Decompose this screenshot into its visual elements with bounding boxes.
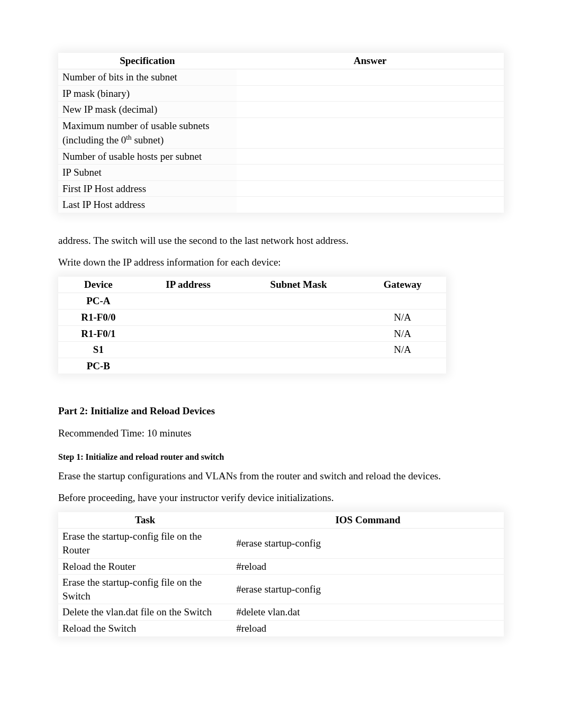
ios-command: #erase startup-config <box>232 575 504 604</box>
ios-command: #delete vlan.dat <box>232 604 504 621</box>
table-row: Number of usable hosts per subnet <box>58 148 504 165</box>
device-table: Device IP address Subnet Mask Gateway PC… <box>58 277 446 374</box>
table-row: R1-F0/1 N/A <box>58 325 446 342</box>
spec-answer <box>237 197 504 213</box>
table-row: Maximum number of usable subnets (includ… <box>58 117 504 148</box>
table-row: Reload the Router #reload <box>58 558 504 575</box>
spec-label: Number of bits in the subnet <box>58 69 237 86</box>
ios-table-wrapper: Task IOS Command Erase the startup-confi… <box>58 512 504 636</box>
device-mask <box>238 358 359 374</box>
device-gateway <box>359 293 446 310</box>
device-name: PC-B <box>58 358 139 374</box>
table-row: Erase the startup-config file on the Rou… <box>58 529 504 558</box>
ios-task: Erase the startup-config file on the Swi… <box>58 575 232 604</box>
table-row: S1 N/A <box>58 342 446 358</box>
spec-label: First IP Host address <box>58 180 237 197</box>
ios-command: #erase startup-config <box>232 529 504 558</box>
spec-answer <box>237 102 504 118</box>
step1-p1: Erase the startup configurations and VLA… <box>58 469 504 484</box>
device-name: S1 <box>58 342 139 358</box>
device-mask <box>238 325 359 342</box>
ios-task: Erase the startup-config file on the Rou… <box>58 529 232 558</box>
paragraph-writedown: Write down the IP address information fo… <box>58 256 504 270</box>
device-table-wrapper: Device IP address Subnet Mask Gateway PC… <box>58 277 446 374</box>
spec-label: IP mask (binary) <box>58 85 237 102</box>
device-header-device: Device <box>58 277 139 293</box>
specification-table: Specification Answer Number of bits in t… <box>58 53 504 213</box>
specification-table-wrapper: Specification Answer Number of bits in t… <box>58 53 504 213</box>
device-ip <box>139 325 238 342</box>
paragraph-address: address. The switch will use the second … <box>58 234 504 248</box>
ios-task: Reload the Router <box>58 558 232 575</box>
device-mask <box>238 309 359 325</box>
table-row: New IP mask (decimal) <box>58 102 504 118</box>
ios-task: Reload the Switch <box>58 621 232 636</box>
device-ip <box>139 358 238 374</box>
part2-heading: Part 2: Initialize and Reload Devices <box>58 405 504 417</box>
table-row: First IP Host address <box>58 180 504 197</box>
spec-label: New IP mask (decimal) <box>58 102 237 118</box>
device-mask <box>238 342 359 358</box>
device-gateway: N/A <box>359 325 446 342</box>
device-mask <box>238 293 359 310</box>
ios-command-table: Task IOS Command Erase the startup-confi… <box>58 512 504 636</box>
spec-answer <box>237 117 504 148</box>
device-header-gateway: Gateway <box>359 277 446 293</box>
table-row: Erase the startup-config file on the Swi… <box>58 575 504 604</box>
table-row: R1-F0/0 N/A <box>58 309 446 325</box>
spec-label: IP Subnet <box>58 165 237 181</box>
table-row: Reload the Switch #reload <box>58 621 504 636</box>
table-row: PC-B <box>58 358 446 374</box>
step1-p2: Before proceeding, have your instructor … <box>58 491 504 505</box>
spec-answer <box>237 148 504 165</box>
spec-label: Maximum number of usable subnets (includ… <box>58 117 237 148</box>
device-header-ip: IP address <box>139 277 238 293</box>
table-row: PC-A <box>58 293 446 310</box>
table-row: Last IP Host address <box>58 197 504 213</box>
table-row: Number of bits in the subnet <box>58 69 504 86</box>
ios-command: #reload <box>232 621 504 636</box>
spec-answer <box>237 165 504 181</box>
spec-answer <box>237 69 504 86</box>
ios-header-command: IOS Command <box>232 512 504 529</box>
device-ip <box>139 342 238 358</box>
spec-header-specification: Specification <box>58 53 237 69</box>
part2-time: Recommended Time: 10 minutes <box>58 426 504 441</box>
device-header-mask: Subnet Mask <box>238 277 359 293</box>
table-row: IP mask (binary) <box>58 85 504 102</box>
table-row: IP Subnet <box>58 165 504 181</box>
device-gateway <box>359 358 446 374</box>
spec-answer <box>237 180 504 197</box>
device-name: R1-F0/1 <box>58 325 139 342</box>
spec-label: Number of usable hosts per subnet <box>58 148 237 165</box>
ios-task: Delete the vlan.dat file on the Switch <box>58 604 232 621</box>
spec-header-answer: Answer <box>237 53 504 69</box>
device-ip <box>139 293 238 310</box>
table-row: Delete the vlan.dat file on the Switch #… <box>58 604 504 621</box>
device-gateway: N/A <box>359 309 446 325</box>
device-gateway: N/A <box>359 342 446 358</box>
ios-command: #reload <box>232 558 504 575</box>
device-name: PC-A <box>58 293 139 310</box>
device-name: R1-F0/0 <box>58 309 139 325</box>
step1-heading: Step 1: Initialize and reload router and… <box>58 452 504 462</box>
spec-answer <box>237 85 504 102</box>
ios-header-task: Task <box>58 512 232 529</box>
spec-label: Last IP Host address <box>58 197 237 213</box>
device-ip <box>139 309 238 325</box>
